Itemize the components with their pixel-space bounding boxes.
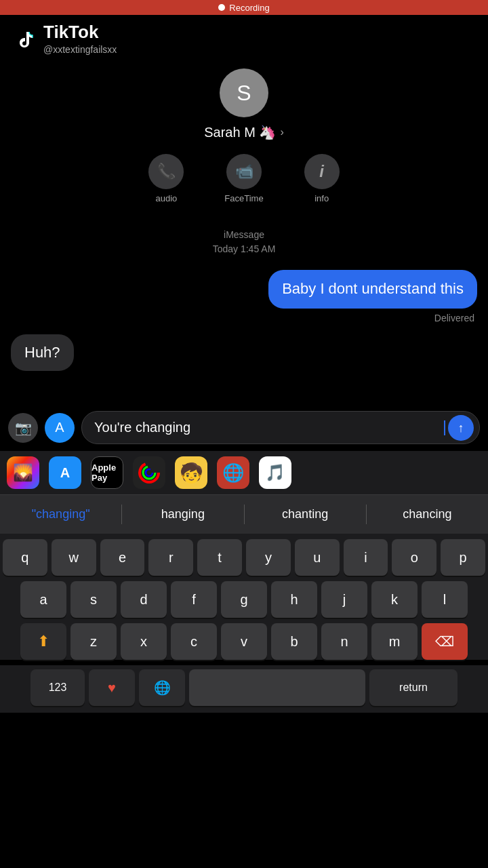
key-n[interactable]: n [321,623,367,660]
delivered-label: Delivered [11,313,477,323]
app-strip: 🌄 A Apple Pay 🧒 🌐 🎵 [0,451,488,494]
key-g[interactable]: g [221,581,267,618]
tiktok-header: TikTok @xxtextingfailsxx [0,15,488,62]
appstore-app-icon[interactable]: A [49,456,81,489]
camera-icon: 📷 [15,420,32,436]
key-m[interactable]: m [371,623,418,660]
keyboard: q w e r t y u i o p a s d f g h j k l ⬆ … [0,534,488,660]
music-icon[interactable]: 🎵 [259,456,291,489]
camera-button[interactable]: 📷 [8,413,38,443]
space-key[interactable] [189,669,365,706]
send-icon: ↑ [458,422,464,434]
key-b[interactable]: b [271,623,317,660]
audio-button[interactable]: 📞 audio [148,154,184,203]
input-text: You're changing [94,420,443,435]
key-k[interactable]: k [371,581,418,618]
apple-pay-icon[interactable]: Apple Pay [91,456,123,489]
key-j[interactable]: j [321,581,367,618]
recording-label: Recording [229,3,269,13]
info-label: info [314,193,329,203]
received-bubble: Huh? [11,334,74,371]
contact-name[interactable]: Sarah M 🦄 › [204,124,283,140]
sent-bubble: Baby I dont understand this [268,270,477,309]
tiktok-brand: TikTok [43,22,117,43]
key-o[interactable]: o [392,539,436,576]
timestamp-label: Today 1:45 AM [11,242,477,256]
translate-icon[interactable]: 🌐 [217,456,249,489]
key-e[interactable]: e [100,539,145,576]
key-q[interactable]: q [3,539,47,576]
keyboard-row-1: q w e r t y u i o p [3,539,485,576]
action-buttons: 📞 audio 📹 FaceTime i info [148,154,339,203]
received-message: Huh? [11,334,477,371]
facetime-label: FaceTime [224,193,263,203]
info-icon: i [304,154,340,189]
key-w[interactable]: w [52,539,96,576]
key-h[interactable]: h [271,581,317,618]
photos-app-icon[interactable]: 🌄 [7,456,39,489]
svg-point-2 [143,467,155,479]
key-l[interactable]: l [422,581,468,618]
memoji-icon[interactable]: 🧒 [175,456,207,489]
chevron-down-icon: › [280,126,283,138]
tiktok-icon [11,25,38,52]
autocomplete-primary[interactable]: "changing" [0,505,122,524]
autocomplete-chanting[interactable]: chanting [245,505,367,524]
keyboard-row-2: a s d f g h j k l [3,581,485,618]
record-dot [218,4,225,11]
heart-key[interactable]: ♥ [89,669,135,706]
autocomplete-hanging[interactable]: hanging [122,505,244,524]
key-u[interactable]: u [295,539,340,576]
bottom-row: 123 ♥ 🌐 return [0,665,488,713]
key-x[interactable]: x [121,623,167,660]
globe-key[interactable]: 🌐 [139,669,185,706]
facetime-button[interactable]: 📹 FaceTime [224,154,263,203]
key-a[interactable]: a [20,581,66,618]
message-area: iMessage Today 1:45 AM Baby I dont under… [0,214,488,404]
tiktok-handle: @xxtextingfailsxx [43,44,117,55]
keyboard-row-3: ⬆ z x c v b n m ⌫ [3,623,485,660]
contact-name-text: Sarah M 🦄 [204,124,276,140]
fitness-icon[interactable] [133,456,165,489]
cursor [444,420,445,435]
sent-message: Baby I dont understand this [11,270,477,309]
message-input[interactable]: You're changing ↑ [81,411,480,444]
tiktok-logo: TikTok @xxtextingfailsxx [11,22,117,55]
avatar: S [220,68,268,117]
apple-pay-label: Apple Pay [92,462,123,483]
key-i[interactable]: i [344,539,388,576]
info-button[interactable]: i info [304,154,340,203]
appstore-button[interactable]: A [45,413,75,443]
autocomplete-chancing[interactable]: chancing [367,505,488,524]
svg-point-3 [146,469,152,476]
imessage-header: iMessage Today 1:45 AM [11,228,477,256]
key-p[interactable]: p [441,539,485,576]
return-key[interactable]: return [369,669,458,706]
facetime-icon: 📹 [226,154,262,189]
delete-key[interactable]: ⌫ [422,623,468,660]
key-d[interactable]: d [121,581,167,618]
shift-key[interactable]: ⬆ [20,623,66,660]
audio-icon: 📞 [148,154,184,189]
number-key[interactable]: 123 [30,669,85,706]
key-z[interactable]: z [70,623,117,660]
contact-section: S Sarah M 🦄 › 📞 audio 📹 FaceTime i info [0,62,488,214]
key-s[interactable]: s [70,581,117,618]
appstore-icon: A [55,420,64,435]
key-y[interactable]: y [246,539,291,576]
key-t[interactable]: t [197,539,242,576]
autocomplete-row: "changing" hanging chanting chancing [0,494,488,534]
audio-label: audio [155,193,177,203]
key-c[interactable]: c [171,623,217,660]
input-row: 📷 A You're changing ↑ [0,404,488,451]
key-f[interactable]: f [171,581,217,618]
send-button[interactable]: ↑ [448,415,474,441]
key-v[interactable]: v [221,623,267,660]
recording-bar: Recording [0,0,488,15]
platform-label: iMessage [11,228,477,242]
key-r[interactable]: r [148,539,193,576]
